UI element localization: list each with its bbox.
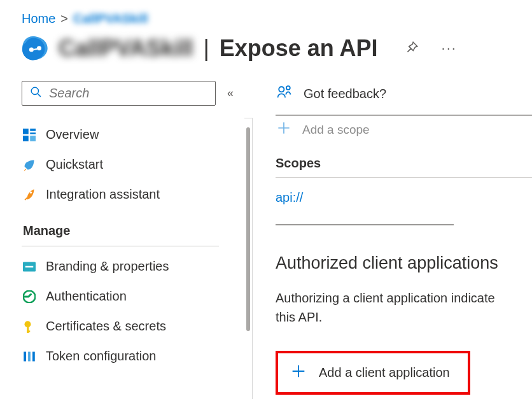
main-content: Got feedback? Add a scope Scopes api:// … (253, 81, 532, 395)
sidebar-item-overview[interactable]: Overview (22, 120, 239, 150)
page-title: Expose an API (220, 35, 378, 62)
sidebar-scrollbar[interactable] (244, 118, 252, 399)
sidebar-item-label: Quickstart (46, 157, 103, 172)
sidebar-item-certificates-secrets[interactable]: Certificates & secrets (22, 311, 239, 341)
plus-icon (290, 362, 307, 383)
svg-point-1 (37, 46, 41, 50)
sidebar-item-token-configuration[interactable]: Token configuration (22, 341, 239, 371)
svg-rect-5 (30, 132, 36, 134)
sidebar-item-label: Integration assistant (46, 187, 160, 202)
sidebar-item-label: Token configuration (46, 349, 156, 364)
pin-icon (405, 47, 419, 57)
authentication-icon (23, 290, 36, 303)
sidebar: « Overview Quickstart Integration assist… (22, 81, 244, 393)
svg-rect-15 (24, 351, 26, 361)
more-button[interactable]: ··· (438, 38, 461, 59)
sidebar-nav: Overview Quickstart Integration assistan… (22, 120, 244, 393)
authorized-clients-desc: Authorizing a client application indicat… (276, 288, 532, 327)
sidebar-item-branding[interactable]: Branding & properties (22, 251, 239, 281)
scopes-table: api:// (276, 177, 532, 218)
svg-rect-17 (32, 351, 35, 361)
sidebar-item-label: Overview (46, 127, 99, 142)
key-icon (23, 320, 36, 333)
svg-rect-14 (27, 330, 30, 332)
search-input[interactable] (48, 85, 207, 101)
svg-point-2 (31, 87, 38, 94)
svg-point-19 (286, 86, 290, 90)
svg-rect-6 (23, 136, 29, 141)
svg-point-8 (30, 191, 32, 193)
branding-icon (23, 260, 36, 273)
add-scope-button[interactable]: Add a scope (276, 115, 532, 139)
token-config-icon (23, 350, 36, 363)
svg-rect-10 (25, 265, 34, 267)
sidebar-item-label: Branding & properties (46, 259, 169, 274)
breadcrumb-home[interactable]: Home (22, 11, 55, 26)
svg-rect-16 (28, 351, 31, 361)
breadcrumb: Home > CallPVASkill (0, 0, 532, 35)
sidebar-item-authentication[interactable]: Authentication (22, 281, 239, 311)
svg-point-0 (29, 47, 34, 52)
scope-uri-link[interactable]: api:// (276, 190, 303, 204)
scopes-heading: Scopes (276, 156, 532, 177)
sidebar-item-integration-assistant[interactable]: Integration assistant (22, 180, 239, 209)
feedback-label: Got feedback? (304, 87, 386, 101)
sidebar-section-manage: Manage (22, 209, 219, 246)
add-scope-label: Add a scope (302, 123, 370, 137)
svg-rect-4 (30, 129, 36, 131)
search-icon (30, 86, 41, 101)
title-separator: | (203, 35, 209, 62)
search-box[interactable] (22, 81, 216, 106)
breadcrumb-current[interactable]: CallPVASkill (73, 11, 148, 26)
overview-icon (23, 129, 36, 141)
pin-button[interactable] (401, 37, 423, 60)
integration-assistant-icon (23, 188, 36, 201)
sidebar-item-label: Authentication (46, 289, 127, 304)
svg-rect-3 (23, 129, 29, 134)
svg-point-18 (279, 87, 284, 92)
h-scrollbar[interactable] (276, 224, 454, 225)
app-registration-icon (22, 36, 50, 61)
collapse-sidebar-button[interactable]: « (225, 84, 236, 102)
add-client-label: Add a client application (319, 365, 450, 380)
svg-point-12 (25, 321, 31, 327)
add-client-application-button[interactable]: Add a client application (276, 351, 470, 395)
sidebar-item-label: Certificates & secrets (46, 319, 166, 334)
svg-rect-7 (30, 136, 36, 141)
app-name: CallPVASkill (59, 35, 193, 62)
feedback-button[interactable]: Got feedback? (276, 81, 532, 112)
feedback-icon (276, 83, 293, 104)
quickstart-icon (23, 159, 36, 171)
sidebar-item-quickstart[interactable]: Quickstart (22, 150, 239, 180)
breadcrumb-sep: > (60, 11, 68, 26)
page-header: CallPVASkill | Expose an API ··· (0, 35, 532, 81)
plus-icon (276, 120, 292, 139)
authorized-clients-heading: Authorized client applications (276, 253, 532, 273)
